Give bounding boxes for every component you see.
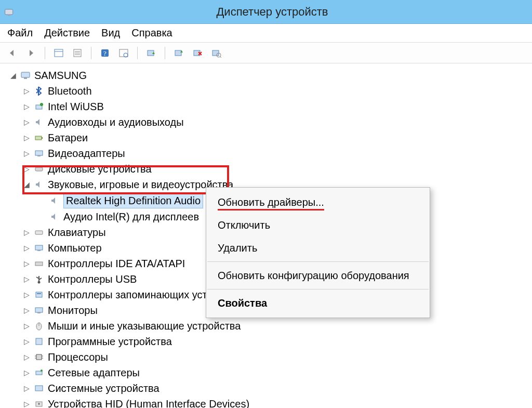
expand-icon[interactable]: ▷ bbox=[23, 119, 30, 126]
ctx-item-label: Свойства bbox=[218, 297, 267, 309]
ctx-update-drivers[interactable]: Обновить драйверы... bbox=[206, 191, 430, 214]
expand-icon[interactable]: ▷ bbox=[23, 244, 30, 252]
svg-rect-40 bbox=[37, 312, 41, 313]
device-tree[interactable]: ◢ SAMSUNG ▷Bluetooth ▷Intel WiUSB ▷Аудио… bbox=[0, 63, 532, 408]
usb-icon bbox=[33, 273, 45, 285]
tree-item-label: Видеоадаптеры bbox=[48, 146, 125, 161]
tree-item[interactable]: ▷Программные устройства bbox=[23, 334, 530, 349]
tree-item-label: Процессоры bbox=[48, 350, 108, 364]
forward-button[interactable] bbox=[24, 46, 38, 60]
ctx-disable[interactable]: Отключить bbox=[206, 214, 430, 236]
tree-root-label: SAMSUNG bbox=[34, 68, 87, 83]
svg-rect-24 bbox=[35, 136, 42, 140]
tree-item-label: Клавиатуры bbox=[48, 225, 106, 240]
expand-icon[interactable]: ▷ bbox=[23, 307, 30, 314]
svg-rect-49 bbox=[36, 371, 42, 375]
expand-icon[interactable]: ▷ bbox=[23, 103, 30, 110]
svg-rect-37 bbox=[36, 292, 42, 297]
back-button[interactable] bbox=[5, 46, 20, 60]
toolbar-separator bbox=[91, 47, 91, 59]
svg-point-33 bbox=[38, 281, 41, 284]
toolbar: ? bbox=[0, 43, 532, 63]
help-button[interactable]: ? bbox=[98, 46, 112, 60]
svg-point-53 bbox=[38, 403, 40, 405]
svg-rect-1 bbox=[8, 15, 10, 16]
tree-item-label: Дисковые устройства bbox=[48, 162, 152, 176]
tree-item[interactable]: ▷Процессоры bbox=[23, 349, 530, 365]
scan-button[interactable] bbox=[116, 46, 131, 60]
ctx-rescan[interactable]: Обновить конфигурацию оборудования bbox=[206, 264, 430, 287]
expand-icon[interactable]: ▷ bbox=[23, 291, 30, 298]
svg-rect-12 bbox=[148, 50, 154, 56]
tree-item[interactable]: ▷Батареи bbox=[23, 130, 530, 146]
tree-item[interactable]: ▷Видеоадаптеры bbox=[23, 146, 530, 161]
expand-icon[interactable]: ▷ bbox=[23, 229, 30, 236]
ctx-item-label: Обновить конфигурацию оборудования bbox=[218, 270, 409, 281]
tree-item-label: Realtek High Definition Audio bbox=[63, 193, 203, 208]
ctx-separator bbox=[207, 261, 429, 262]
svg-line-19 bbox=[220, 57, 221, 58]
ctx-properties[interactable]: Свойства bbox=[206, 292, 430, 314]
expand-icon[interactable]: ▷ bbox=[23, 385, 30, 392]
menu-action[interactable]: Действие bbox=[44, 27, 90, 39]
expand-icon[interactable]: ▷ bbox=[23, 353, 30, 361]
enable-button[interactable] bbox=[171, 46, 186, 60]
tree-item[interactable]: ▷Мыши и иные указывающие устройства bbox=[23, 318, 530, 334]
tree-item[interactable]: ▷Intel WiUSB bbox=[23, 99, 530, 114]
menu-help[interactable]: Справка bbox=[131, 27, 172, 39]
expand-icon[interactable]: ▷ bbox=[23, 165, 30, 173]
app-icon bbox=[3, 6, 16, 18]
collapse-icon[interactable]: ◢ bbox=[9, 72, 17, 79]
expand-icon[interactable]: ▷ bbox=[23, 322, 30, 330]
tree-root[interactable]: ◢ SAMSUNG bbox=[9, 68, 530, 83]
scan-hardware-button[interactable] bbox=[209, 46, 223, 60]
tree-item[interactable]: ▷Bluetooth bbox=[23, 83, 530, 99]
tree-item[interactable]: ▷Аудиовходы и аудиовыходы bbox=[23, 114, 530, 130]
svg-rect-51 bbox=[35, 386, 43, 391]
tree-item[interactable]: ▷Дисковые устройства bbox=[23, 161, 530, 177]
update-driver-button[interactable] bbox=[144, 46, 158, 60]
svg-rect-39 bbox=[35, 308, 43, 312]
tree-item-label: Мыши и иные указывающие устройства bbox=[48, 319, 241, 333]
properties-button[interactable] bbox=[70, 46, 85, 60]
tree-item-label: Аудиовходы и аудиовыходы bbox=[48, 115, 184, 129]
tree-item-label: Компьютер bbox=[48, 241, 102, 255]
expand-icon[interactable]: ▷ bbox=[23, 338, 30, 345]
mouse-icon bbox=[33, 320, 45, 332]
expand-icon[interactable]: ▷ bbox=[23, 150, 30, 157]
tree-item[interactable]: ▷Устройства HID (Human Interface Devices… bbox=[23, 396, 530, 408]
ctx-item-label: Удалить bbox=[218, 242, 257, 254]
svg-rect-25 bbox=[42, 137, 43, 139]
svg-rect-2 bbox=[55, 49, 63, 57]
tree-item-label: Контроллеры USB bbox=[48, 272, 137, 286]
svg-rect-44 bbox=[36, 354, 42, 360]
svg-rect-31 bbox=[37, 250, 41, 251]
tree-item[interactable]: ▷Сетевые адаптеры bbox=[23, 365, 530, 380]
expand-icon[interactable]: ▷ bbox=[23, 400, 30, 407]
audio-io-icon bbox=[33, 116, 45, 128]
keyboard-icon bbox=[33, 227, 45, 238]
tree-item-label: Контроллеры IDE ATA/ATAPI bbox=[48, 256, 185, 271]
context-menu: Обновить драйверы... Отключить Удалить О… bbox=[206, 187, 430, 318]
expand-icon[interactable]: ▷ bbox=[23, 260, 30, 267]
menu-view[interactable]: Вид bbox=[101, 27, 120, 39]
show-hidden-button[interactable] bbox=[51, 46, 66, 60]
expand-icon[interactable]: ▷ bbox=[23, 369, 30, 376]
svg-rect-21 bbox=[24, 77, 27, 79]
tree-item-label: Системные устройства bbox=[48, 381, 159, 396]
tree-item-label: Bluetooth bbox=[48, 84, 92, 98]
collapse-icon[interactable]: ◢ bbox=[23, 181, 30, 188]
processor-icon bbox=[33, 351, 45, 363]
expand-icon[interactable]: ▷ bbox=[23, 275, 30, 283]
expand-icon[interactable]: ▷ bbox=[23, 134, 30, 141]
svg-rect-0 bbox=[5, 9, 13, 15]
tree-item[interactable]: ▷Системные устройства bbox=[23, 380, 530, 396]
toolbar-separator bbox=[137, 47, 138, 59]
ctx-item-label: Обновить драйверы... bbox=[218, 196, 324, 210]
expand-icon[interactable]: ▷ bbox=[23, 87, 30, 95]
uninstall-button[interactable] bbox=[190, 46, 205, 60]
svg-point-50 bbox=[41, 370, 43, 372]
svg-rect-20 bbox=[21, 72, 30, 77]
ctx-delete[interactable]: Удалить bbox=[206, 236, 430, 259]
menu-file[interactable]: Файл bbox=[7, 27, 33, 39]
